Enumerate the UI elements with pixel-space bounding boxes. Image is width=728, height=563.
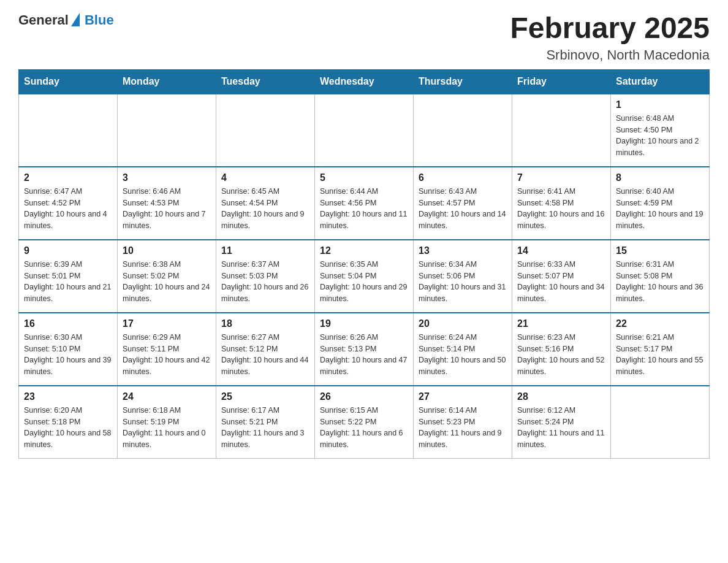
- day-info: Sunrise: 6:46 AMSunset: 4:53 PMDaylight:…: [123, 186, 211, 232]
- day-number: 8: [616, 172, 704, 183]
- day-info: Sunrise: 6:23 AMSunset: 5:16 PMDaylight:…: [517, 332, 605, 378]
- calendar-subtitle: Srbinovo, North Macedonia: [510, 47, 710, 63]
- logo-triangle-icon: [71, 13, 80, 26]
- day-info: Sunrise: 6:14 AMSunset: 5:23 PMDaylight:…: [419, 405, 507, 451]
- day-info: Sunrise: 6:21 AMSunset: 5:17 PMDaylight:…: [616, 332, 704, 378]
- day-number: 22: [616, 318, 704, 329]
- week-row: 9 Sunrise: 6:39 AMSunset: 5:01 PMDayligh…: [19, 240, 710, 313]
- title-section: February 2025 Srbinovo, North Macedonia: [510, 12, 710, 63]
- calendar-cell: 23 Sunrise: 6:20 AMSunset: 5:18 PMDaylig…: [19, 386, 118, 459]
- calendar-cell: 25 Sunrise: 6:17 AMSunset: 5:21 PMDaylig…: [216, 386, 315, 459]
- day-number: 14: [517, 245, 605, 256]
- week-row: 2 Sunrise: 6:47 AMSunset: 4:52 PMDayligh…: [19, 167, 710, 240]
- day-info: Sunrise: 6:27 AMSunset: 5:12 PMDaylight:…: [221, 332, 309, 378]
- calendar-cell: 12 Sunrise: 6:35 AMSunset: 5:04 PMDaylig…: [315, 240, 414, 313]
- day-number: 25: [221, 391, 309, 402]
- day-number: 15: [616, 245, 704, 256]
- day-info: Sunrise: 6:20 AMSunset: 5:18 PMDaylight:…: [24, 405, 112, 451]
- day-number: 4: [221, 172, 309, 183]
- day-of-week-header: Monday: [118, 69, 216, 94]
- calendar-cell: 11 Sunrise: 6:37 AMSunset: 5:03 PMDaylig…: [216, 240, 315, 313]
- day-info: Sunrise: 6:33 AMSunset: 5:07 PMDaylight:…: [517, 259, 605, 305]
- day-number: 24: [123, 391, 211, 402]
- calendar-cell: 7 Sunrise: 6:41 AMSunset: 4:58 PMDayligh…: [512, 167, 611, 240]
- calendar-cell: 3 Sunrise: 6:46 AMSunset: 4:53 PMDayligh…: [118, 167, 216, 240]
- day-number: 27: [419, 391, 507, 402]
- day-number: 3: [123, 172, 211, 183]
- day-info: Sunrise: 6:48 AMSunset: 4:50 PMDaylight:…: [616, 113, 704, 159]
- calendar-cell: 18 Sunrise: 6:27 AMSunset: 5:12 PMDaylig…: [216, 313, 315, 386]
- day-of-week-header: Friday: [512, 69, 611, 94]
- day-number: 6: [419, 172, 507, 183]
- logo-blue-text: Blue: [85, 12, 114, 28]
- day-number: 20: [419, 318, 507, 329]
- day-of-week-header: Wednesday: [315, 69, 414, 94]
- day-number: 21: [517, 318, 605, 329]
- day-number: 2: [24, 172, 112, 183]
- logo-general-text: General: [18, 12, 69, 28]
- calendar-title: February 2025: [510, 12, 710, 45]
- day-info: Sunrise: 6:30 AMSunset: 5:10 PMDaylight:…: [24, 332, 112, 378]
- calendar-cell: 28 Sunrise: 6:12 AMSunset: 5:24 PMDaylig…: [512, 386, 611, 459]
- calendar-cell: [611, 386, 710, 459]
- day-info: Sunrise: 6:29 AMSunset: 5:11 PMDaylight:…: [123, 332, 211, 378]
- calendar-cell: 14 Sunrise: 6:33 AMSunset: 5:07 PMDaylig…: [512, 240, 611, 313]
- day-info: Sunrise: 6:41 AMSunset: 4:58 PMDaylight:…: [517, 186, 605, 232]
- logo: General Blue: [18, 12, 114, 28]
- calendar-cell: 4 Sunrise: 6:45 AMSunset: 4:54 PMDayligh…: [216, 167, 315, 240]
- calendar-cell: 26 Sunrise: 6:15 AMSunset: 5:22 PMDaylig…: [315, 386, 414, 459]
- calendar-cell: 24 Sunrise: 6:18 AMSunset: 5:19 PMDaylig…: [118, 386, 216, 459]
- day-info: Sunrise: 6:43 AMSunset: 4:57 PMDaylight:…: [419, 186, 507, 232]
- week-row: 16 Sunrise: 6:30 AMSunset: 5:10 PMDaylig…: [19, 313, 710, 386]
- day-info: Sunrise: 6:15 AMSunset: 5:22 PMDaylight:…: [320, 405, 408, 451]
- day-of-week-header: Thursday: [414, 69, 512, 94]
- day-info: Sunrise: 6:47 AMSunset: 4:52 PMDaylight:…: [24, 186, 112, 232]
- week-row: 23 Sunrise: 6:20 AMSunset: 5:18 PMDaylig…: [19, 386, 710, 459]
- day-number: 26: [320, 391, 408, 402]
- day-number: 13: [419, 245, 507, 256]
- calendar-cell: 20 Sunrise: 6:24 AMSunset: 5:14 PMDaylig…: [414, 313, 512, 386]
- day-info: Sunrise: 6:31 AMSunset: 5:08 PMDaylight:…: [616, 259, 704, 305]
- calendar-cell: [512, 94, 611, 167]
- calendar-cell: 21 Sunrise: 6:23 AMSunset: 5:16 PMDaylig…: [512, 313, 611, 386]
- day-number: 19: [320, 318, 408, 329]
- day-of-week-header: Saturday: [611, 69, 710, 94]
- day-of-week-header: Sunday: [19, 69, 118, 94]
- day-info: Sunrise: 6:12 AMSunset: 5:24 PMDaylight:…: [517, 405, 605, 451]
- day-info: Sunrise: 6:40 AMSunset: 4:59 PMDaylight:…: [616, 186, 704, 232]
- day-info: Sunrise: 6:45 AMSunset: 4:54 PMDaylight:…: [221, 186, 309, 232]
- day-number: 23: [24, 391, 112, 402]
- calendar-cell: [315, 94, 414, 167]
- day-number: 1: [616, 99, 704, 110]
- day-number: 28: [517, 391, 605, 402]
- day-info: Sunrise: 6:34 AMSunset: 5:06 PMDaylight:…: [419, 259, 507, 305]
- days-of-week-row: SundayMondayTuesdayWednesdayThursdayFrid…: [19, 69, 710, 94]
- calendar-cell: 2 Sunrise: 6:47 AMSunset: 4:52 PMDayligh…: [19, 167, 118, 240]
- calendar-cell: [19, 94, 118, 167]
- calendar-cell: 10 Sunrise: 6:38 AMSunset: 5:02 PMDaylig…: [118, 240, 216, 313]
- calendar-cell: 8 Sunrise: 6:40 AMSunset: 4:59 PMDayligh…: [611, 167, 710, 240]
- calendar-cell: [414, 94, 512, 167]
- day-info: Sunrise: 6:35 AMSunset: 5:04 PMDaylight:…: [320, 259, 408, 305]
- day-info: Sunrise: 6:38 AMSunset: 5:02 PMDaylight:…: [123, 259, 211, 305]
- day-number: 5: [320, 172, 408, 183]
- page-header: General Blue February 2025 Srbinovo, Nor…: [18, 12, 710, 63]
- calendar-cell: 22 Sunrise: 6:21 AMSunset: 5:17 PMDaylig…: [611, 313, 710, 386]
- day-number: 7: [517, 172, 605, 183]
- day-number: 18: [221, 318, 309, 329]
- calendar-cell: 6 Sunrise: 6:43 AMSunset: 4:57 PMDayligh…: [414, 167, 512, 240]
- day-info: Sunrise: 6:17 AMSunset: 5:21 PMDaylight:…: [221, 405, 309, 451]
- day-of-week-header: Tuesday: [216, 69, 315, 94]
- day-info: Sunrise: 6:44 AMSunset: 4:56 PMDaylight:…: [320, 186, 408, 232]
- calendar-cell: 27 Sunrise: 6:14 AMSunset: 5:23 PMDaylig…: [414, 386, 512, 459]
- week-row: 1 Sunrise: 6:48 AMSunset: 4:50 PMDayligh…: [19, 94, 710, 167]
- calendar-cell: 15 Sunrise: 6:31 AMSunset: 5:08 PMDaylig…: [611, 240, 710, 313]
- calendar-cell: 16 Sunrise: 6:30 AMSunset: 5:10 PMDaylig…: [19, 313, 118, 386]
- calendar-cell: 5 Sunrise: 6:44 AMSunset: 4:56 PMDayligh…: [315, 167, 414, 240]
- day-number: 12: [320, 245, 408, 256]
- day-number: 11: [221, 245, 309, 256]
- day-number: 10: [123, 245, 211, 256]
- day-info: Sunrise: 6:26 AMSunset: 5:13 PMDaylight:…: [320, 332, 408, 378]
- calendar-cell: [118, 94, 216, 167]
- calendar-cell: 9 Sunrise: 6:39 AMSunset: 5:01 PMDayligh…: [19, 240, 118, 313]
